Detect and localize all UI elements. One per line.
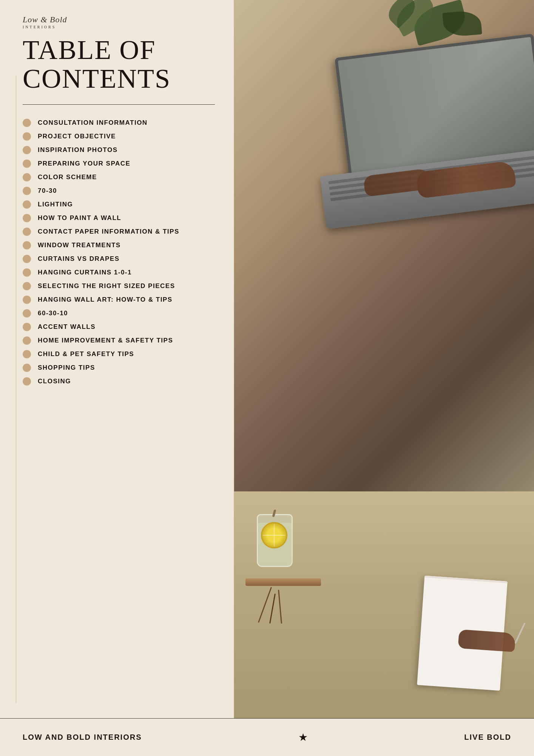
lemon-slice <box>261 522 287 548</box>
footer-brand: LOW AND BOLD INTERIORS <box>23 733 142 742</box>
toc-bullet <box>23 282 31 290</box>
footer-tagline: LIVE BOLD <box>464 733 511 742</box>
toc-item: CHILD & PET SAFETY TIPS <box>23 347 215 361</box>
left-panel: Low & Bold INTERIORS TABLE OF CONTENTS C… <box>0 0 234 718</box>
toc-label: HOW TO PAINT A WALL <box>38 214 121 222</box>
toc-label: PREPARING YOUR SPACE <box>38 160 130 167</box>
toc-list: CONSULTATION INFORMATIONPROJECT OBJECTIV… <box>23 116 215 703</box>
toc-bullet <box>23 173 31 181</box>
toc-item: CURTAINS VS DRAPES <box>23 252 215 266</box>
toc-label: CURTAINS VS DRAPES <box>38 255 120 263</box>
toc-bullet <box>23 119 31 127</box>
toc-bullet <box>23 364 31 372</box>
toc-label: 60-30-10 <box>38 310 68 317</box>
footer: LOW AND BOLD INTERIORS ★ LIVE BOLD <box>0 718 534 756</box>
toc-bullet <box>23 323 31 331</box>
footer-star: ★ <box>298 731 308 744</box>
toc-bullet <box>23 187 31 195</box>
toc-bullet <box>23 350 31 358</box>
photo-scene <box>234 0 534 718</box>
toc-bullet <box>23 241 31 249</box>
toc-label: CONTACT PAPER INFORMATION & TIPS <box>38 228 179 235</box>
toc-bullet <box>23 228 31 236</box>
toc-label: ACCENT WALLS <box>38 323 96 331</box>
toc-label: CLOSING <box>38 378 71 385</box>
right-panel <box>234 0 534 718</box>
toc-item: SHOPPING TIPS <box>23 361 215 375</box>
toc-bullet <box>23 214 31 222</box>
hand-pen <box>458 629 515 652</box>
toc-bullet <box>23 200 31 209</box>
toc-item: 60-30-10 <box>23 307 215 320</box>
toc-label: HANGING WALL ART: HOW-TO & TIPS <box>38 296 173 304</box>
page-wrapper: Low & Bold INTERIORS TABLE OF CONTENTS C… <box>0 0 534 756</box>
page-title: TABLE OF CONTENTS <box>23 36 215 93</box>
toc-bullet <box>23 146 31 154</box>
toc-item: HANGING CURTAINS 1-0-1 <box>23 266 215 279</box>
vertical-accent <box>16 76 16 703</box>
toc-item: HANGING WALL ART: HOW-TO & TIPS <box>23 293 215 307</box>
toc-label: SELECTING THE RIGHT SIZED PIECES <box>38 282 175 290</box>
toc-item: CONSULTATION INFORMATION <box>23 116 215 130</box>
toc-item: SELECTING THE RIGHT SIZED PIECES <box>23 279 215 293</box>
toc-label: 70-30 <box>38 187 57 195</box>
toc-label: INSPIRATION PHOTOS <box>38 146 118 154</box>
toc-bullet <box>23 309 31 318</box>
toc-item: ACCENT WALLS <box>23 320 215 334</box>
toc-item: HOME IMPROVEMENT & SAFETY TIPS <box>23 334 215 347</box>
toc-bullet <box>23 160 31 168</box>
toc-label: LIGHTING <box>38 201 73 208</box>
toc-bullet <box>23 268 31 277</box>
main-content: Low & Bold INTERIORS TABLE OF CONTENTS C… <box>0 0 534 718</box>
toc-item: LIGHTING <box>23 198 215 211</box>
title-divider <box>23 104 215 105</box>
toc-bullet <box>23 336 31 345</box>
logo-name: Low & Bold <box>23 15 67 24</box>
toc-label: CONSULTATION INFORMATION <box>38 119 148 127</box>
toc-bullet <box>23 377 31 386</box>
toc-label: HOME IMPROVEMENT & SAFETY TIPS <box>38 337 173 344</box>
toc-item: INSPIRATION PHOTOS <box>23 143 215 157</box>
toc-item: CONTACT PAPER INFORMATION & TIPS <box>23 225 215 239</box>
toc-label: HANGING CURTAINS 1-0-1 <box>38 269 132 276</box>
toc-item: PROJECT OBJECTIVE <box>23 130 215 143</box>
toc-label: WINDOW TREATMENTS <box>38 242 121 249</box>
toc-label: COLOR SCHEME <box>38 174 97 181</box>
toc-item: CLOSING <box>23 375 215 388</box>
lemon-line-h <box>263 535 286 536</box>
wooden-tray <box>245 578 321 586</box>
logo-subtitle: INTERIORS <box>23 25 215 29</box>
toc-bullet <box>23 132 31 141</box>
toc-label: CHILD & PET SAFETY TIPS <box>38 350 134 358</box>
toc-bullet <box>23 296 31 304</box>
toc-bullet <box>23 255 31 263</box>
toc-label: PROJECT OBJECTIVE <box>38 133 116 140</box>
toc-item: WINDOW TREATMENTS <box>23 239 215 252</box>
toc-item: 70-30 <box>23 184 215 198</box>
toc-label: SHOPPING TIPS <box>38 364 95 372</box>
glass <box>257 514 293 567</box>
logo: Low & Bold INTERIORS <box>23 15 215 29</box>
toc-item: PREPARING YOUR SPACE <box>23 157 215 170</box>
toc-item: COLOR SCHEME <box>23 170 215 184</box>
toc-item: HOW TO PAINT A WALL <box>23 211 215 225</box>
